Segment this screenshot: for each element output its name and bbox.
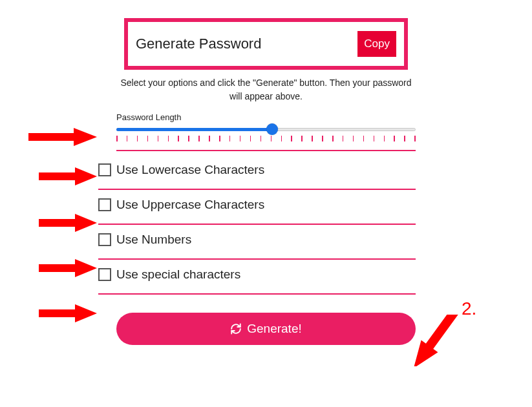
password-length-section: Password Length — [116, 112, 416, 151]
instructions-text: Select your options and click the "Gener… — [116, 76, 416, 103]
checkbox-uppercase[interactable] — [98, 198, 111, 211]
checkbox-special[interactable] — [98, 268, 111, 281]
option-lowercase-label: Use Lowercase Characters — [116, 163, 264, 177]
checkbox-numbers[interactable] — [98, 233, 111, 246]
option-uppercase-label: Use Uppercase Characters — [116, 198, 264, 212]
section-divider — [98, 258, 416, 260]
slider-ticks — [116, 136, 416, 146]
option-special-label: Use special characters — [116, 267, 240, 282]
password-display-text: Generate Password — [136, 36, 357, 52]
svg-marker-4 — [39, 304, 97, 322]
section-divider — [98, 224, 416, 225]
checkbox-lowercase[interactable] — [98, 163, 111, 176]
annotation-arrow-numbers — [39, 257, 100, 279]
annotation-arrow-special — [39, 302, 100, 324]
annotation-arrow-uppercase — [39, 212, 100, 234]
refresh-icon — [230, 323, 242, 335]
generate-button-label: Generate! — [247, 322, 302, 336]
password-length-label: Password Length — [116, 112, 416, 122]
copy-button[interactable]: Copy — [357, 31, 396, 57]
option-lowercase[interactable]: Use Lowercase Characters — [98, 163, 416, 177]
svg-marker-2 — [39, 214, 97, 232]
annotation-arrow-slider — [28, 126, 100, 148]
password-length-slider[interactable] — [116, 123, 416, 135]
annotation-arrow-lowercase — [39, 165, 100, 187]
svg-marker-1 — [39, 167, 97, 185]
section-divider — [98, 293, 416, 295]
svg-marker-0 — [28, 128, 97, 146]
option-uppercase[interactable]: Use Uppercase Characters — [98, 198, 416, 212]
option-numbers-label: Use Numbers — [116, 233, 191, 247]
section-divider — [98, 189, 416, 190]
section-divider — [116, 150, 416, 151]
annotation-step-2: 2. — [462, 298, 476, 319]
svg-marker-3 — [39, 259, 97, 277]
generate-button[interactable]: Generate! — [116, 313, 416, 345]
password-display-box: Generate Password Copy — [124, 18, 408, 70]
slider-thumb[interactable] — [266, 123, 278, 135]
option-numbers[interactable]: Use Numbers — [98, 233, 416, 247]
option-special[interactable]: Use special characters — [98, 267, 416, 282]
